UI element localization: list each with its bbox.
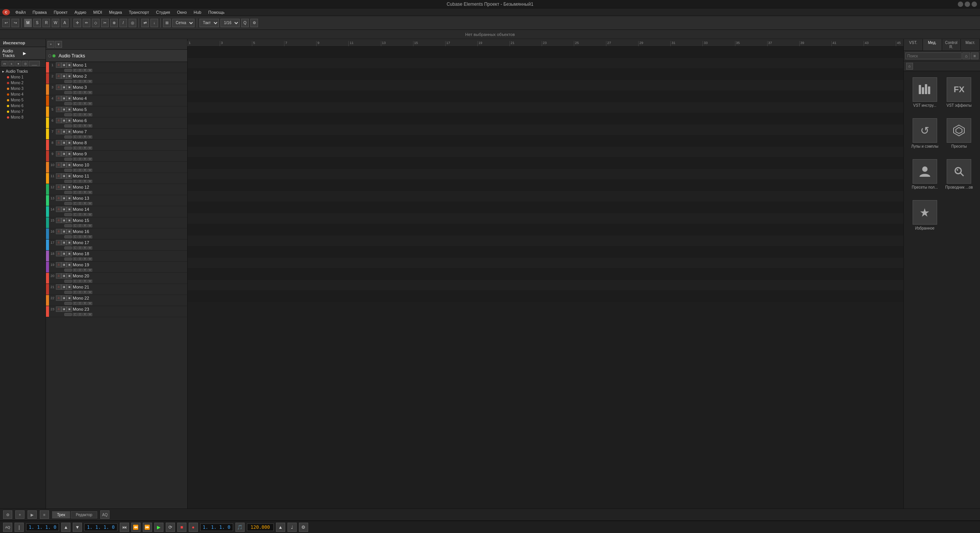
grid-row-4[interactable] xyxy=(188,80,903,91)
track-toggle-btn-11[interactable]: ▣ xyxy=(61,173,67,179)
transport-record-btn[interactable]: ● xyxy=(189,523,198,532)
track-toggle-btn-15[interactable]: ▣ xyxy=(61,218,67,223)
q-value-select[interactable]: 1/16 xyxy=(220,19,240,27)
grid-row-17[interactable] xyxy=(188,224,903,235)
track-c-btn-18[interactable]: C xyxy=(73,258,77,261)
inspector-tree-item-8[interactable]: Mono 8 xyxy=(0,114,46,120)
close-button[interactable] xyxy=(972,2,977,7)
track-r-btn-12[interactable]: R xyxy=(83,191,87,194)
toolbar-mute[interactable]: / xyxy=(119,19,127,27)
inspector-tree-item-4[interactable]: Mono 4 xyxy=(0,91,46,97)
transport-rewind-btn[interactable]: ⏪ xyxy=(131,523,140,532)
track-c-btn-10[interactable]: C xyxy=(73,169,77,172)
status-tab-editor[interactable]: Редактор xyxy=(71,511,97,518)
track-o-btn-23[interactable]: O xyxy=(78,313,82,316)
grid-row-9[interactable] xyxy=(188,135,903,147)
grid-row-7[interactable] xyxy=(188,113,903,124)
track-vol-knob-6[interactable] xyxy=(64,124,72,127)
track-c-btn-21[interactable]: C xyxy=(73,291,77,294)
track-solo-btn-22[interactable]: ▣ xyxy=(67,295,72,301)
track-toggle-btn-10[interactable]: ▣ xyxy=(61,162,67,168)
transport-metronome-btn[interactable]: 🎵 xyxy=(235,523,245,532)
track-c-btn-12[interactable]: C xyxy=(73,191,77,194)
grid-row-8[interactable] xyxy=(188,124,903,135)
rp-home-btn[interactable]: ⌂ xyxy=(962,52,970,59)
track-vol-knob-3[interactable] xyxy=(64,91,72,94)
track-row-7[interactable]: 7 ♫ ▣ ▣ Mono 7 C O R W xyxy=(46,129,187,140)
transport-stop-btn[interactable]: ■ xyxy=(177,523,186,532)
inspector-tree-item-1[interactable]: Mono 1 xyxy=(0,74,46,80)
inspector-tree-item-6[interactable]: Mono 6 xyxy=(0,103,46,109)
track-row-14[interactable]: 14 ♫ ▣ ▣ Mono 14 C O R W xyxy=(46,206,187,217)
track-toggle-btn-21[interactable]: ▣ xyxy=(61,284,67,290)
track-w-btn-12[interactable]: W xyxy=(88,191,92,194)
menu-item-окно[interactable]: Окно xyxy=(174,9,190,15)
track-vol-knob-20[interactable] xyxy=(64,280,72,283)
track-w-btn-15[interactable]: W xyxy=(88,224,92,227)
rp-tab-control[interactable]: Control R. xyxy=(942,39,961,51)
track-solo-btn-5[interactable]: ▣ xyxy=(67,107,72,112)
grid-row-19[interactable] xyxy=(188,246,903,258)
track-w-btn-7[interactable]: W xyxy=(88,135,92,139)
toolbar-r[interactable]: R xyxy=(42,19,50,27)
track-solo-btn-9[interactable]: ▣ xyxy=(67,151,72,156)
menu-item-помощь[interactable]: Помощь xyxy=(205,9,228,15)
track-c-btn-20[interactable]: C xyxy=(73,280,77,283)
toolbar-erase[interactable]: ◇ xyxy=(92,19,100,27)
track-solo-btn-7[interactable]: ▣ xyxy=(67,129,72,134)
track-w-btn-14[interactable]: W xyxy=(88,213,92,216)
track-row-12[interactable]: 12 ♫ ▣ ▣ Mono 12 C O R W xyxy=(46,184,187,195)
track-r-btn-14[interactable]: R xyxy=(83,213,87,216)
track-vol-knob-14[interactable] xyxy=(64,213,72,216)
track-solo-btn-6[interactable]: ▣ xyxy=(67,118,72,123)
grid-row-2[interactable] xyxy=(188,58,903,69)
track-row-1[interactable]: 1 ♫ ▣ ▣ Mono 1 C O R W xyxy=(46,62,187,73)
track-r-btn-17[interactable]: R xyxy=(83,246,87,249)
transport-fast-rewind-btn[interactable]: ⏩ xyxy=(143,523,152,532)
track-vol-knob-21[interactable] xyxy=(64,291,72,294)
menu-item-транспорт[interactable]: Транспорт xyxy=(126,9,152,15)
track-r-btn-19[interactable]: R xyxy=(83,269,87,272)
track-r-btn-18[interactable]: R xyxy=(83,258,87,261)
track-row-15[interactable]: 15 ♫ ▣ ▣ Mono 15 C O R W xyxy=(46,217,187,228)
toolbar-a[interactable]: A xyxy=(61,19,69,27)
toolbar-s[interactable]: S xyxy=(33,19,41,27)
track-w-btn-16[interactable]: W xyxy=(88,235,92,238)
transport-tempo-btn[interactable]: ♩ xyxy=(287,523,297,532)
track-r-btn-3[interactable]: R xyxy=(83,91,87,94)
grid-row-21[interactable] xyxy=(188,269,903,280)
track-toggle-btn-13[interactable]: ▣ xyxy=(61,196,67,201)
track-row-9[interactable]: 9 ♫ ▣ ▣ Mono 9 C O R W xyxy=(46,151,187,162)
track-solo-btn-2[interactable]: ▣ xyxy=(67,73,72,79)
transport-pos-up-btn[interactable]: ▲ xyxy=(61,523,70,532)
track-r-btn-2[interactable]: R xyxy=(83,80,87,83)
track-w-btn-2[interactable]: W xyxy=(88,80,92,83)
track-row-16[interactable]: 16 ♫ ▣ ▣ Mono 16 C O R W xyxy=(46,228,187,240)
toolbar-zoom[interactable]: ⊕ xyxy=(110,19,118,27)
track-c-btn-9[interactable]: C xyxy=(73,158,77,161)
rp-tab-vst[interactable]: VST. xyxy=(904,39,923,51)
track-c-btn-8[interactable]: C xyxy=(73,147,77,150)
toolbar-split[interactable]: ✂ xyxy=(101,19,109,27)
track-c-btn-22[interactable]: C xyxy=(73,302,77,305)
rp-tab-med[interactable]: Мед. xyxy=(923,39,942,51)
track-o-btn-22[interactable]: O xyxy=(78,302,82,305)
rp-tile-loops[interactable]: ↺ Лупы и сэмплы xyxy=(908,116,942,151)
track-w-btn-23[interactable]: W xyxy=(88,313,92,316)
track-toggle-btn-16[interactable]: ▣ xyxy=(61,229,67,234)
track-row-13[interactable]: 13 ♫ ▣ ▣ Mono 13 C O R W xyxy=(46,195,187,206)
track-solo-btn-17[interactable]: ▣ xyxy=(67,240,72,245)
inspector-tree-item-7[interactable]: Mono 7 xyxy=(0,109,46,114)
rp-tile-user-presets[interactable]: Пресеты пол... xyxy=(908,157,942,192)
track-o-btn-15[interactable]: O xyxy=(78,224,82,227)
rp-tile-presets[interactable]: Пресеты xyxy=(942,116,977,151)
app-logo[interactable]: C xyxy=(2,9,10,15)
track-solo-btn-1[interactable]: ▣ xyxy=(67,62,72,68)
track-o-btn-19[interactable]: O xyxy=(78,269,82,272)
insp-s-btn[interactable]: s xyxy=(8,61,15,66)
track-row-22[interactable]: 22 ♫ ▣ ▣ Mono 22 C O R W xyxy=(46,295,187,306)
track-c-btn-13[interactable]: C xyxy=(73,202,77,205)
rp-search-input[interactable] xyxy=(905,52,962,59)
status-mixdown-btn[interactable]: AQ xyxy=(100,510,109,519)
track-c-btn-15[interactable]: C xyxy=(73,224,77,227)
